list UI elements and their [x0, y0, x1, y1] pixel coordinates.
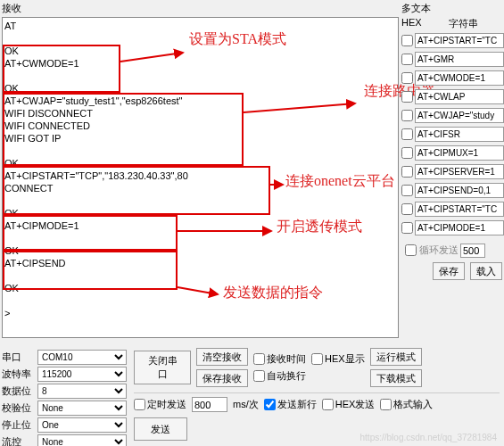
divider: [134, 392, 500, 393]
flow-select[interactable]: None: [37, 434, 127, 446]
terminal[interactable]: AT OK AT+CWMODE=1 OK AT+CWJAP="study_tes…: [2, 17, 399, 338]
recv-time-label: 接收时间: [267, 352, 306, 366]
multi-hex-checkbox[interactable]: [401, 54, 413, 65]
clear-recv-button[interactable]: 清空接收: [196, 348, 248, 366]
loop-send-checkbox[interactable]: [405, 244, 417, 256]
multi-hex-checkbox[interactable]: [401, 166, 413, 178]
multi-columns: HEX 字符串: [401, 17, 504, 30]
timed-send-checkbox[interactable]: [134, 399, 145, 410]
save-button[interactable]: 保存: [433, 262, 465, 280]
hex-disp-checkbox[interactable]: [311, 353, 323, 365]
multi-hex-checkbox[interactable]: [401, 72, 413, 84]
multi-cmd-input[interactable]: [415, 127, 504, 142]
hex-disp-label: HEX显示: [325, 352, 365, 366]
send-newline-label: 发送新行: [277, 398, 317, 411]
multi-hex-checkbox[interactable]: [401, 147, 413, 159]
multi-hex-checkbox[interactable]: [401, 203, 413, 215]
multi-title: 多文本: [401, 2, 504, 15]
baud-select[interactable]: 115200: [37, 367, 127, 382]
stopbits-label: 停止位: [2, 418, 37, 432]
send-newline-checkbox[interactable]: [264, 399, 276, 410]
multi-hex-checkbox[interactable]: [401, 110, 413, 121]
hex-send-checkbox[interactable]: [322, 399, 334, 410]
parity-label: 校验位: [2, 401, 37, 415]
multi-cmd-input[interactable]: [415, 89, 504, 104]
terminal-text: AT OK AT+CWMODE=1 OK AT+CWJAP="study_tes…: [4, 20, 396, 319]
multi-cmd-input[interactable]: [415, 145, 504, 161]
loop-interval-input[interactable]: [460, 244, 485, 258]
watermark: https://blog.csdn.net/qq_37281984: [360, 433, 497, 442]
multi-cmd-input[interactable]: [415, 52, 504, 67]
fmt-input-checkbox[interactable]: [380, 399, 392, 410]
autowrap-label: 自动换行: [267, 369, 306, 383]
download-mode-button[interactable]: 下载模式: [370, 369, 422, 387]
multi-cmd-input[interactable]: [415, 70, 504, 86]
parity-select[interactable]: None: [37, 401, 127, 416]
load-button[interactable]: 载入: [470, 262, 502, 280]
send-button[interactable]: 发送: [134, 417, 187, 441]
multi-hex-checkbox[interactable]: [401, 185, 413, 196]
multi-hex-checkbox[interactable]: [401, 128, 413, 140]
multi-cmd-input[interactable]: [415, 220, 504, 235]
save-recv-button[interactable]: 保存接收: [196, 369, 248, 387]
stopbits-select[interactable]: One: [37, 417, 127, 433]
run-mode-button[interactable]: 运行模式: [370, 348, 422, 366]
timed-value-input[interactable]: [192, 397, 227, 412]
databits-select[interactable]: 8: [37, 384, 127, 399]
hex-col: HEX: [401, 17, 422, 30]
port-label: 串口: [2, 351, 37, 364]
multi-cmd-input[interactable]: [415, 33, 504, 48]
flow-label: 流控: [2, 435, 37, 446]
multi-cmd-input[interactable]: [415, 183, 504, 198]
multi-cmd-input[interactable]: [415, 202, 504, 217]
autowrap-checkbox[interactable]: [253, 370, 265, 382]
loop-send-label: 循环发送: [419, 244, 459, 257]
port-select[interactable]: COM10: [37, 350, 127, 365]
multi-hex-checkbox[interactable]: [401, 35, 413, 46]
multi-hex-checkbox[interactable]: [401, 91, 413, 103]
recv-title: 接收: [2, 2, 399, 15]
multi-cmd-input[interactable]: [415, 108, 504, 123]
timed-send-label: 定时发送: [147, 398, 186, 411]
str-col: 字符串: [449, 17, 478, 30]
fmt-input-label: 格式输入: [393, 398, 433, 411]
multi-hex-checkbox[interactable]: [401, 222, 413, 234]
databits-label: 数据位: [2, 384, 37, 398]
recv-time-checkbox[interactable]: [253, 353, 265, 365]
hex-send-label: HEX发送: [335, 398, 376, 411]
multi-cmd-input[interactable]: [415, 164, 504, 179]
close-port-button[interactable]: 关闭串口: [134, 351, 191, 384]
baud-label: 波特率: [2, 368, 37, 381]
serial-settings: 串口COM10 波特率115200 数据位8 校验位None 停止位One 流控…: [2, 348, 127, 446]
ms-unit-label: ms/次: [233, 398, 259, 411]
